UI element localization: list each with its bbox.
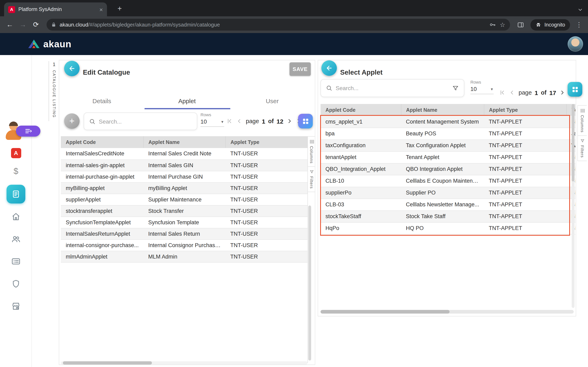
url-path: /#/applets/bigledger/akaun-platform/sysa… <box>88 22 220 28</box>
applet-search[interactable] <box>84 113 197 130</box>
sidebar-item-store[interactable] <box>0 301 32 311</box>
add-applet-button[interactable]: + <box>64 113 80 129</box>
edit-catalogue-panel: Edit Catalogue SAVE Details Applet User … <box>59 60 315 365</box>
table-row[interactable]: InternalSalesCreditNoteInternal Sales Cr… <box>61 148 307 159</box>
tab-search-chevron-icon[interactable] <box>577 7 583 13</box>
purple-menu-pill-icon[interactable] <box>16 125 40 137</box>
column-header[interactable]: Applet Code <box>320 104 401 116</box>
next-page-button[interactable] <box>558 88 567 98</box>
bookmark-star-icon[interactable]: ☆ <box>500 21 505 28</box>
columns-icon <box>580 108 585 113</box>
save-button[interactable]: SAVE <box>290 62 311 76</box>
new-tab-button[interactable]: + <box>114 3 125 14</box>
table-row[interactable]: HqPoHQ POTNT-APPLETBi <box>320 222 575 234</box>
grid-view-button[interactable] <box>298 114 313 128</box>
sidebar-item-agent[interactable] <box>0 122 32 141</box>
home-icon <box>11 212 21 221</box>
table-row[interactable]: bpaBeauty POSTNT-APPLETJa <box>320 128 575 140</box>
tab-details[interactable]: Details <box>59 93 144 108</box>
vertical-scrollbar[interactable] <box>308 206 311 360</box>
table-cell: TNT-APPLET <box>484 128 566 140</box>
sidebar-item-billing[interactable]: $ <box>0 166 32 176</box>
tab-close-icon[interactable]: × <box>99 6 103 12</box>
total-pages: 12 <box>277 118 283 125</box>
grid-view-button[interactable] <box>568 82 582 97</box>
columns-side-tab[interactable]: Columns <box>578 105 587 136</box>
address-bar[interactable]: akaun.cloud/#/applets/bigledger/akaun-pl… <box>47 19 510 31</box>
table-row[interactable]: myBilling-appletmyBilling AppletTNT-USER <box>61 182 307 194</box>
table-row[interactable]: internal-consignor-purchase...Internal C… <box>61 239 307 251</box>
sidebar-item-catalogue-active[interactable] <box>0 185 32 203</box>
table-row[interactable]: supplierPoSupplier POTNT-APPLETBi <box>320 187 575 199</box>
rows-label: Rows <box>200 112 224 117</box>
table-row[interactable]: QBO_Integration_AppletQBO Integration Ap… <box>320 163 575 175</box>
first-page-button[interactable] <box>498 88 507 98</box>
tab-user[interactable]: User <box>230 93 315 108</box>
browser-menu-icon[interactable]: ⋮ <box>574 21 584 29</box>
column-header[interactable]: Applet Name <box>143 136 225 148</box>
table-cell: Celllabs Newsletter Manage... <box>401 199 484 210</box>
applet-search[interactable] <box>320 79 464 97</box>
rows-per-page-select[interactable]: Rows 10▾ <box>470 80 494 94</box>
tab-applet[interactable]: Applet <box>144 93 229 108</box>
table-row[interactable]: taxConfigurationTax Configuration Applet… <box>320 140 575 151</box>
filters-side-tab[interactable]: Filters <box>308 167 315 192</box>
user-avatar[interactable] <box>568 36 583 52</box>
column-header[interactable]: Applet Type <box>484 104 566 116</box>
table-row[interactable]: CLB-03Celllabs Newsletter Manage...TNT-A… <box>320 199 575 210</box>
url-text: akaun.cloud/#/applets/bigledger/akaun-pl… <box>60 22 485 28</box>
filters-side-tab[interactable]: Filters <box>578 136 587 161</box>
side-panel-icon[interactable] <box>515 19 527 30</box>
table-cell: Syncfusion Template <box>143 217 225 228</box>
prev-page-button[interactable] <box>508 88 517 98</box>
sidebar-item-home[interactable] <box>0 212 32 221</box>
column-header[interactable]: Applet Code <box>61 136 143 148</box>
reload-button[interactable]: ⟳ <box>30 19 42 30</box>
password-key-icon[interactable] <box>489 21 496 28</box>
table-row[interactable]: supplierAppletSupplier MaintenanceTNT-US… <box>61 194 307 205</box>
table-row[interactable]: mlmAdminAppletMLM AdminTNT-USER <box>61 251 307 262</box>
table-cell: supplierPo <box>320 187 401 199</box>
back-button[interactable]: ← <box>4 19 16 30</box>
table-row[interactable]: CLB-10Celllabs E Coupon Maintenan...TNT-… <box>320 175 575 187</box>
search-input[interactable] <box>99 118 192 125</box>
browser-tab[interactable]: A Platform SysAdmin × <box>4 2 107 16</box>
table-row[interactable]: InternalSalesReturnAppletInternal Sales … <box>61 228 307 239</box>
table-cell: Internal Purchase GIN <box>143 171 225 182</box>
sidebar-item-modules[interactable] <box>0 257 32 266</box>
table-row[interactable]: SyncfusionTemplateAppletSyncfusion Templ… <box>61 217 307 228</box>
table-row[interactable]: tenantAppletTenant AppletTNT-APPLETBi <box>320 151 575 163</box>
current-page: 1 <box>262 118 265 125</box>
back-circle-button[interactable] <box>64 61 80 76</box>
sidebar-item-acrobat[interactable]: A <box>0 148 32 158</box>
table-cell: Stock Take Staff <box>401 210 484 222</box>
table-row[interactable]: internal-sales-gin-appletInternal Sales … <box>61 159 307 171</box>
table-cell: Content Management System <box>401 116 484 128</box>
columns-side-tab[interactable]: Columns <box>308 136 315 167</box>
sidebar-item-security[interactable] <box>0 279 32 289</box>
sidebar-item-users[interactable] <box>0 234 32 244</box>
vertical-scrollbar-thumb[interactable] <box>572 104 575 182</box>
table-header-row: Applet CodeApplet NameApplet Type <box>61 136 307 148</box>
akaun-logo[interactable]: akaun <box>28 39 71 50</box>
table-row[interactable]: stocktransferappletStock TransferTNT-USE… <box>61 205 307 217</box>
table-cell: TNT-APPLET <box>484 116 566 128</box>
table-row[interactable]: cms_applet_v1Content Management SystemTN… <box>320 116 575 128</box>
table-row[interactable]: internal-purchase-gin-appletInternal Pur… <box>61 171 307 182</box>
rows-per-page-select[interactable]: Rows 10▾ <box>200 112 224 127</box>
catalogue-listing-strip[interactable]: 1 CATALOGUE LISTING <box>49 61 58 121</box>
horizontal-scrollbar-thumb[interactable] <box>63 361 152 365</box>
catalogue-tabs: Details Applet User <box>59 93 315 108</box>
forward-button[interactable]: → <box>17 19 29 30</box>
first-page-button[interactable] <box>225 116 234 126</box>
panel-title: Edit Catalogue <box>83 65 130 80</box>
table-row[interactable]: stockTakeStaffStock Take StaffTNT-APPLET… <box>320 210 575 222</box>
search-filter-icon[interactable] <box>452 85 459 92</box>
prev-page-button[interactable] <box>235 116 244 126</box>
back-circle-button[interactable] <box>321 60 337 76</box>
search-input[interactable] <box>336 85 449 91</box>
column-header[interactable]: Applet Name <box>401 104 484 116</box>
next-page-button[interactable] <box>285 116 294 126</box>
column-header[interactable]: Applet Type <box>225 136 307 148</box>
horizontal-scrollbar-thumb[interactable] <box>320 310 450 314</box>
